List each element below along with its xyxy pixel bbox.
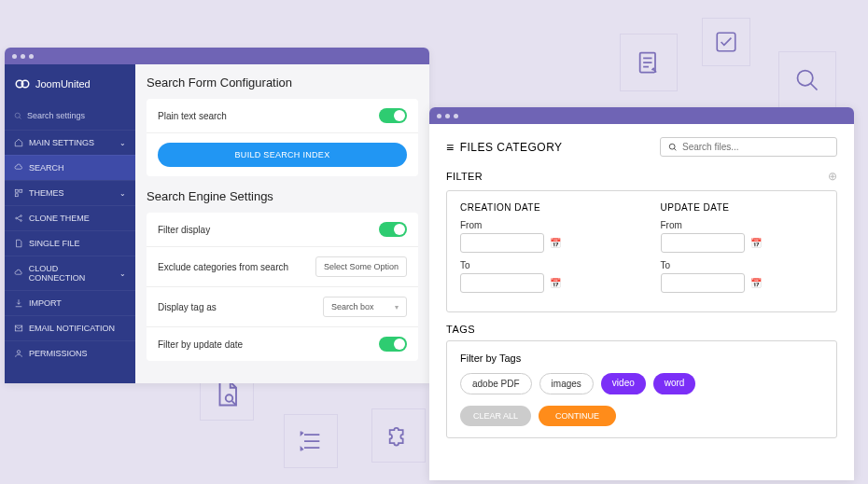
mail-icon — [14, 324, 23, 333]
sidebar-item-themes[interactable]: THEMES⌄ — [5, 180, 135, 205]
filter-display-toggle[interactable] — [379, 222, 407, 237]
tag-adobe-pdf[interactable]: adobe PDF — [460, 373, 532, 394]
chevron-down-icon: ⌄ — [119, 139, 126, 147]
chevron-down-icon: ▾ — [395, 303, 399, 311]
cloud-icon — [14, 163, 23, 173]
update-from-input[interactable] — [661, 233, 745, 253]
home-icon — [14, 138, 23, 147]
file-icon — [14, 239, 23, 248]
files-category-header: ≡ FILES CATEGORY — [446, 140, 563, 155]
sidebar-item-main-settings[interactable]: MAIN SETTINGS⌄ — [5, 130, 135, 155]
plain-text-search-row: Plain text search — [147, 99, 418, 133]
sidebar-item-search[interactable]: SEARCH — [5, 155, 135, 180]
calendar-icon[interactable]: 📅 — [550, 278, 561, 288]
document-icon-box — [620, 34, 678, 91]
svg-point-2 — [798, 71, 813, 86]
calendar-icon[interactable]: 📅 — [550, 238, 561, 248]
update-from-label: From — [661, 220, 824, 230]
tags-label: TAGS — [446, 324, 837, 335]
svg-point-6 — [15, 113, 20, 118]
search-icon-box — [778, 51, 836, 109]
sidebar-item-single-file[interactable]: SINGLE FILE — [5, 230, 135, 256]
display-tag-label: Display tag as — [158, 302, 217, 312]
chevron-down-icon: ⌄ — [119, 270, 126, 278]
svg-rect-8 — [20, 189, 22, 192]
filter-update-label: Filter by update date — [158, 339, 243, 350]
filter-update-toggle[interactable] — [379, 337, 407, 352]
settings-window: JoomUnited Search settings MAIN SETTINGS… — [5, 48, 429, 383]
filter-by-tags-label: Filter by Tags — [460, 353, 823, 364]
content-area: Search Form Configuration Plain text sea… — [135, 64, 429, 383]
tag-images[interactable]: images — [539, 373, 594, 394]
svg-point-3 — [226, 394, 233, 402]
svg-rect-13 — [15, 325, 22, 331]
creation-date-header: CREATION DATE — [460, 202, 623, 213]
search-form-card: Plain text search BUILD SEARCH INDEX — [147, 99, 418, 176]
date-filter-box: CREATION DATE From 📅 To 📅 UPDATE DATE Fr… — [446, 190, 837, 312]
continue-button[interactable]: CONTINUE — [539, 406, 616, 426]
build-search-index-button[interactable]: BUILD SEARCH INDEX — [158, 143, 407, 167]
search-settings-label: Search settings — [27, 111, 85, 120]
window-titlebar — [429, 107, 854, 124]
files-window: ≡ FILES CATEGORY FILTER ⊕ CREATION DATE … — [429, 107, 854, 480]
tags-filter-box: Filter by Tags adobe PDF images video wo… — [446, 340, 837, 438]
creation-to-input[interactable] — [460, 273, 544, 293]
creation-to-label: To — [460, 260, 623, 270]
user-icon — [14, 349, 23, 358]
collapse-icon[interactable]: ⊕ — [828, 170, 837, 183]
sidebar-item-email-notification[interactable]: EMAIL NOTIFICATION — [5, 315, 135, 340]
menu-icon[interactable]: ≡ — [446, 140, 455, 155]
creation-from-label: From — [460, 220, 623, 230]
svg-point-11 — [21, 215, 22, 217]
tag-word[interactable]: word — [653, 373, 696, 394]
puzzle-icon-box — [371, 408, 426, 463]
tag-video[interactable]: video — [601, 373, 646, 394]
sidebar-item-import[interactable]: IMPORT — [5, 290, 135, 315]
cloud-icon — [14, 269, 23, 278]
search-form-title: Search Form Configuration — [147, 76, 418, 90]
svg-point-14 — [17, 351, 20, 353]
list-icon-box — [284, 414, 338, 468]
creation-from-input[interactable] — [460, 233, 544, 253]
calendar-icon[interactable]: 📅 — [750, 238, 762, 248]
svg-rect-7 — [15, 189, 18, 192]
display-tag-select[interactable]: Search box▾ — [323, 297, 407, 317]
svg-point-10 — [16, 217, 18, 219]
brand-logo: JoomUnited — [5, 64, 135, 105]
search-icon — [14, 112, 22, 120]
plain-text-toggle[interactable] — [379, 108, 407, 123]
update-to-input[interactable] — [661, 273, 745, 293]
svg-rect-9 — [15, 194, 18, 197]
search-settings-link[interactable]: Search settings — [5, 105, 135, 130]
update-date-header: UPDATE DATE — [661, 202, 824, 213]
svg-point-12 — [21, 220, 22, 222]
sidebar-item-cloud-connection[interactable]: CLOUD CONNECTION⌄ — [5, 256, 135, 290]
update-to-label: To — [661, 260, 824, 270]
search-icon — [668, 143, 678, 152]
brand-name: JoomUnited — [35, 78, 91, 90]
files-category-title: FILES CATEGORY — [460, 141, 563, 154]
sidebar-item-permissions[interactable]: PERMISSIONS — [5, 340, 135, 366]
plain-text-label: Plain text search — [158, 111, 227, 121]
sidebar: JoomUnited Search settings MAIN SETTINGS… — [5, 64, 135, 383]
checkbox-icon-box — [702, 18, 750, 66]
window-titlebar — [5, 48, 429, 64]
clear-all-button[interactable]: CLEAR ALL — [460, 406, 531, 426]
chevron-down-icon: ⌄ — [119, 189, 126, 198]
search-files-input[interactable] — [682, 142, 829, 152]
search-files-box[interactable] — [660, 137, 837, 157]
exclude-categories-select[interactable]: Select Some Option — [315, 256, 407, 277]
engine-settings-title: Search Engine Settings — [147, 189, 418, 203]
engine-settings-card: Filter display Exclude categories from s… — [147, 213, 418, 361]
share-icon — [14, 214, 23, 223]
grid-icon — [14, 188, 23, 198]
sidebar-item-clone-theme[interactable]: CLONE THEME — [5, 205, 135, 230]
logo-icon — [14, 76, 31, 92]
import-icon — [14, 298, 23, 308]
exclude-categories-label: Exclude categories from search — [158, 262, 288, 272]
filter-label: FILTER — [446, 171, 483, 182]
calendar-icon[interactable]: 📅 — [750, 278, 762, 288]
filter-display-label: Filter display — [158, 225, 210, 235]
svg-point-15 — [669, 144, 675, 149]
